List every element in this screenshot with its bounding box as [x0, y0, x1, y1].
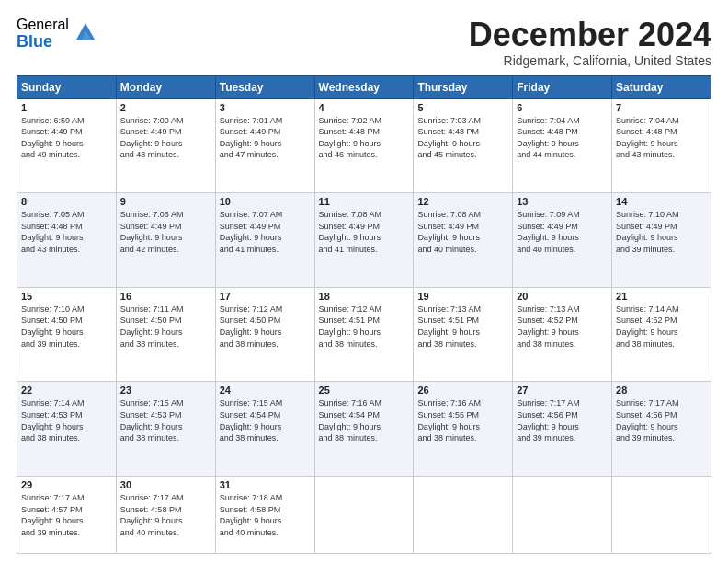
- col-header-saturday: Saturday: [612, 75, 711, 98]
- col-header-friday: Friday: [513, 75, 612, 98]
- day-number: 4: [319, 102, 410, 113]
- day-info: Sunrise: 7:17 AMSunset: 4:58 PMDaylight:…: [120, 492, 211, 538]
- day-cell: [414, 477, 513, 554]
- calendar: SundayMondayTuesdayWednesdayThursdayFrid…: [17, 75, 711, 554]
- day-info: Sunrise: 7:05 AMSunset: 4:48 PMDaylight:…: [21, 209, 112, 255]
- day-number: 25: [319, 385, 410, 396]
- page: General Blue December 2024 Ridgemark, Ca…: [0, 0, 728, 563]
- day-number: 2: [120, 102, 211, 113]
- day-cell: 10Sunrise: 7:07 AMSunset: 4:49 PMDayligh…: [215, 193, 314, 288]
- day-number: 12: [417, 196, 508, 207]
- week-row-5: 29Sunrise: 7:17 AMSunset: 4:57 PMDayligh…: [17, 477, 711, 554]
- day-info: Sunrise: 6:59 AMSunset: 4:49 PMDaylight:…: [21, 115, 112, 161]
- day-cell: 29Sunrise: 7:17 AMSunset: 4:57 PMDayligh…: [17, 477, 117, 554]
- logo-icon: [73, 19, 98, 45]
- day-number: 5: [417, 102, 508, 113]
- day-cell: [612, 477, 711, 554]
- day-info: Sunrise: 7:01 AMSunset: 4:49 PMDaylight:…: [220, 115, 311, 161]
- day-cell: 12Sunrise: 7:08 AMSunset: 4:49 PMDayligh…: [414, 193, 513, 288]
- day-info: Sunrise: 7:12 AMSunset: 4:50 PMDaylight:…: [220, 304, 311, 350]
- day-cell: 9Sunrise: 7:06 AMSunset: 4:49 PMDaylight…: [116, 193, 215, 288]
- day-info: Sunrise: 7:17 AMSunset: 4:56 PMDaylight:…: [517, 397, 608, 443]
- day-info: Sunrise: 7:10 AMSunset: 4:50 PMDaylight:…: [21, 304, 112, 350]
- day-info: Sunrise: 7:02 AMSunset: 4:48 PMDaylight:…: [319, 115, 410, 161]
- day-info: Sunrise: 7:12 AMSunset: 4:51 PMDaylight:…: [319, 304, 410, 350]
- day-number: 22: [21, 385, 112, 396]
- month-title: December 2024: [469, 17, 711, 53]
- day-number: 1: [21, 102, 112, 113]
- col-header-sunday: Sunday: [17, 75, 117, 98]
- header-row: SundayMondayTuesdayWednesdayThursdayFrid…: [17, 75, 711, 98]
- day-cell: 25Sunrise: 7:16 AMSunset: 4:54 PMDayligh…: [314, 382, 414, 477]
- day-info: Sunrise: 7:03 AMSunset: 4:48 PMDaylight:…: [417, 115, 508, 161]
- day-cell: 7Sunrise: 7:04 AMSunset: 4:48 PMDaylight…: [612, 98, 711, 193]
- day-number: 20: [517, 291, 608, 302]
- day-number: 8: [21, 196, 112, 207]
- day-number: 30: [120, 479, 211, 490]
- day-cell: 23Sunrise: 7:15 AMSunset: 4:53 PMDayligh…: [116, 382, 215, 477]
- day-cell: 30Sunrise: 7:17 AMSunset: 4:58 PMDayligh…: [116, 477, 215, 554]
- day-cell: 2Sunrise: 7:00 AMSunset: 4:49 PMDaylight…: [116, 98, 215, 193]
- day-info: Sunrise: 7:13 AMSunset: 4:51 PMDaylight:…: [417, 304, 508, 350]
- day-cell: 3Sunrise: 7:01 AMSunset: 4:49 PMDaylight…: [215, 98, 314, 193]
- col-header-thursday: Thursday: [414, 75, 513, 98]
- day-cell: [314, 477, 414, 554]
- day-number: 23: [120, 385, 211, 396]
- day-info: Sunrise: 7:04 AMSunset: 4:48 PMDaylight:…: [517, 115, 608, 161]
- header: General Blue December 2024 Ridgemark, Ca…: [17, 17, 711, 68]
- day-number: 26: [417, 385, 508, 396]
- day-cell: 13Sunrise: 7:09 AMSunset: 4:49 PMDayligh…: [513, 193, 612, 288]
- day-info: Sunrise: 7:14 AMSunset: 4:52 PMDaylight:…: [616, 304, 707, 350]
- logo-general: General: [17, 17, 69, 33]
- day-info: Sunrise: 7:17 AMSunset: 4:56 PMDaylight:…: [616, 397, 707, 443]
- day-number: 27: [517, 385, 608, 396]
- day-cell: 17Sunrise: 7:12 AMSunset: 4:50 PMDayligh…: [215, 287, 314, 382]
- day-cell: 20Sunrise: 7:13 AMSunset: 4:52 PMDayligh…: [513, 287, 612, 382]
- day-number: 9: [120, 196, 211, 207]
- day-number: 28: [616, 385, 707, 396]
- day-info: Sunrise: 7:18 AMSunset: 4:58 PMDaylight:…: [220, 492, 311, 538]
- day-info: Sunrise: 7:13 AMSunset: 4:52 PMDaylight:…: [517, 304, 608, 350]
- location: Ridgemark, California, United States: [469, 53, 711, 68]
- day-cell: 24Sunrise: 7:15 AMSunset: 4:54 PMDayligh…: [215, 382, 314, 477]
- day-number: 15: [21, 291, 112, 302]
- col-header-wednesday: Wednesday: [314, 75, 414, 98]
- day-cell: 16Sunrise: 7:11 AMSunset: 4:50 PMDayligh…: [116, 287, 215, 382]
- day-number: 3: [220, 102, 311, 113]
- week-row-1: 1Sunrise: 6:59 AMSunset: 4:49 PMDaylight…: [17, 98, 711, 193]
- logo-blue: Blue: [17, 33, 69, 52]
- day-number: 17: [220, 291, 311, 302]
- day-info: Sunrise: 7:15 AMSunset: 4:53 PMDaylight:…: [120, 397, 211, 443]
- day-info: Sunrise: 7:08 AMSunset: 4:49 PMDaylight:…: [319, 209, 410, 255]
- day-info: Sunrise: 7:14 AMSunset: 4:53 PMDaylight:…: [21, 397, 112, 443]
- day-info: Sunrise: 7:06 AMSunset: 4:49 PMDaylight:…: [120, 209, 211, 255]
- day-number: 13: [517, 196, 608, 207]
- day-info: Sunrise: 7:07 AMSunset: 4:49 PMDaylight:…: [220, 209, 311, 255]
- day-cell: 31Sunrise: 7:18 AMSunset: 4:58 PMDayligh…: [215, 477, 314, 554]
- day-cell: 22Sunrise: 7:14 AMSunset: 4:53 PMDayligh…: [17, 382, 117, 477]
- day-info: Sunrise: 7:00 AMSunset: 4:49 PMDaylight:…: [120, 115, 211, 161]
- day-cell: 28Sunrise: 7:17 AMSunset: 4:56 PMDayligh…: [612, 382, 711, 477]
- day-cell: 15Sunrise: 7:10 AMSunset: 4:50 PMDayligh…: [17, 287, 117, 382]
- col-header-monday: Monday: [116, 75, 215, 98]
- day-info: Sunrise: 7:04 AMSunset: 4:48 PMDaylight:…: [616, 115, 707, 161]
- day-number: 6: [517, 102, 608, 113]
- day-number: 11: [319, 196, 410, 207]
- day-number: 21: [616, 291, 707, 302]
- day-number: 18: [319, 291, 410, 302]
- day-number: 29: [21, 479, 112, 490]
- day-info: Sunrise: 7:16 AMSunset: 4:54 PMDaylight:…: [319, 397, 410, 443]
- day-cell: 27Sunrise: 7:17 AMSunset: 4:56 PMDayligh…: [513, 382, 612, 477]
- day-cell: 5Sunrise: 7:03 AMSunset: 4:48 PMDaylight…: [414, 98, 513, 193]
- logo-text: General Blue: [17, 17, 69, 51]
- calendar-header: SundayMondayTuesdayWednesdayThursdayFrid…: [17, 75, 711, 98]
- day-cell: 8Sunrise: 7:05 AMSunset: 4:48 PMDaylight…: [17, 193, 117, 288]
- day-cell: 1Sunrise: 6:59 AMSunset: 4:49 PMDaylight…: [17, 98, 117, 193]
- title-area: December 2024 Ridgemark, California, Uni…: [469, 17, 711, 68]
- day-cell: 26Sunrise: 7:16 AMSunset: 4:55 PMDayligh…: [414, 382, 513, 477]
- day-number: 7: [616, 102, 707, 113]
- day-cell: 19Sunrise: 7:13 AMSunset: 4:51 PMDayligh…: [414, 287, 513, 382]
- day-cell: 11Sunrise: 7:08 AMSunset: 4:49 PMDayligh…: [314, 193, 414, 288]
- day-info: Sunrise: 7:16 AMSunset: 4:55 PMDaylight:…: [417, 397, 508, 443]
- day-cell: 4Sunrise: 7:02 AMSunset: 4:48 PMDaylight…: [314, 98, 414, 193]
